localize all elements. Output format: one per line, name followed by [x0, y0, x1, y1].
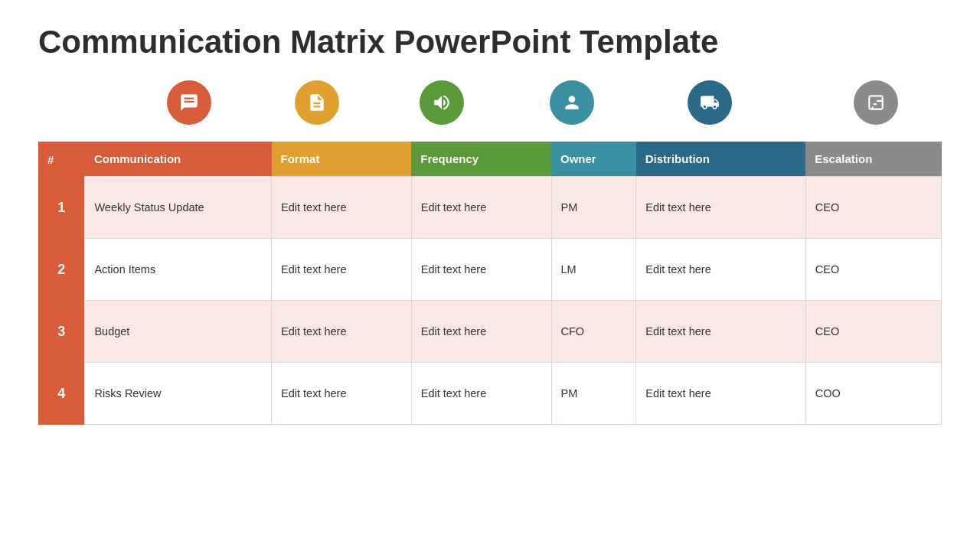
header-owner: Owner — [551, 142, 636, 177]
cell-frequency-value: Edit text here — [412, 239, 551, 300]
frequency-icon — [432, 93, 452, 112]
cell-distribution: Edit text here — [636, 239, 806, 301]
escalation-icon-bubble — [854, 80, 898, 125]
table-row: 4Risks ReviewEdit text hereEdit text her… — [38, 363, 942, 425]
cell-distribution: Edit text here — [636, 177, 806, 239]
cell-escalation-value: CEO — [806, 177, 941, 238]
chat-icon-bubble — [167, 80, 211, 125]
header-escalation: Escalation — [805, 142, 941, 177]
cell-communication-value: Budget — [85, 301, 271, 362]
cell-format: Edit text here — [272, 301, 412, 363]
header-row: # Communication Format Frequency Owner D… — [38, 142, 942, 177]
cell-distribution: Edit text here — [636, 363, 806, 425]
table-wrapper: # Communication Format Frequency Owner D… — [38, 84, 942, 425]
cell-escalation-value: CEO — [806, 239, 941, 300]
cell-format-value: Edit text here — [272, 301, 411, 362]
page-title: Communication Matrix PowerPoint Template — [38, 23, 942, 61]
cell-communication: Weekly Status Update — [85, 177, 272, 239]
cell-frequency-value: Edit text here — [412, 301, 551, 362]
table-row: 1Weekly Status UpdateEdit text hereEdit … — [38, 177, 942, 239]
cell-num: 1 — [38, 177, 85, 239]
cell-escalation-value: COO — [806, 363, 941, 424]
cell-num: 2 — [38, 239, 85, 301]
cell-communication: Risks Review — [85, 363, 272, 425]
cell-communication: Action Items — [85, 239, 272, 301]
stairs-icon — [866, 93, 886, 112]
truck-icon — [700, 93, 720, 112]
cell-format: Edit text here — [272, 239, 412, 301]
table-header: # Communication Format Frequency Owner D… — [38, 142, 942, 177]
cell-format: Edit text here — [272, 363, 412, 425]
document-icon — [307, 93, 327, 112]
cell-distribution-value: Edit text here — [636, 301, 805, 362]
cell-num-value: 4 — [38, 363, 84, 424]
cell-num: 4 — [38, 363, 85, 425]
table-body: 1Weekly Status UpdateEdit text hereEdit … — [38, 177, 942, 425]
cell-frequency: Edit text here — [411, 301, 551, 363]
cell-owner: CFO — [551, 301, 636, 363]
cell-owner-value: PM — [552, 177, 636, 238]
cell-communication-value: Action Items — [85, 239, 271, 300]
cell-frequency: Edit text here — [411, 363, 551, 425]
cell-owner-value: PM — [552, 363, 636, 424]
cell-owner-value: CFO — [552, 301, 636, 362]
cell-frequency-value: Edit text here — [412, 363, 551, 424]
cell-num-value: 1 — [38, 177, 84, 238]
header-distribution: Distribution — [636, 142, 806, 177]
frequency-icon-bubble — [420, 80, 464, 125]
cell-communication-value: Risks Review — [85, 363, 271, 424]
distribution-icon-bubble — [688, 80, 732, 125]
cell-owner: PM — [551, 363, 636, 425]
person-icon — [562, 93, 582, 112]
cell-distribution: Edit text here — [636, 301, 806, 363]
document-icon-bubble — [295, 80, 339, 125]
matrix-table: # Communication Format Frequency Owner D… — [38, 142, 942, 425]
icons-row — [38, 84, 942, 115]
cell-owner: PM — [551, 177, 636, 239]
header-format: Format — [272, 142, 412, 177]
cell-owner: LM — [551, 239, 636, 301]
cell-frequency: Edit text here — [411, 177, 551, 239]
cell-distribution-value: Edit text here — [636, 177, 805, 238]
cell-num-value: 2 — [38, 239, 84, 300]
cell-frequency-value: Edit text here — [412, 177, 551, 238]
cell-format-value: Edit text here — [272, 239, 411, 300]
cell-communication-value: Weekly Status Update — [85, 177, 271, 238]
cell-escalation: CEO — [805, 177, 941, 239]
header-num: # — [38, 142, 85, 177]
cell-format: Edit text here — [272, 177, 412, 239]
cell-escalation: COO — [805, 363, 941, 425]
chat-icon — [179, 93, 199, 112]
header-frequency: Frequency — [411, 142, 551, 177]
table-row: 3BudgetEdit text hereEdit text hereCFOEd… — [38, 301, 942, 363]
cell-owner-value: LM — [552, 239, 636, 300]
cell-escalation-value: CEO — [806, 301, 941, 362]
cell-communication: Budget — [85, 301, 272, 363]
page-container: Communication Matrix PowerPoint Template — [0, 0, 980, 551]
cell-frequency: Edit text here — [411, 239, 551, 301]
cell-escalation: CEO — [805, 239, 941, 301]
table-row: 2Action ItemsEdit text hereEdit text her… — [38, 239, 942, 301]
cell-format-value: Edit text here — [272, 177, 411, 238]
cell-distribution-value: Edit text here — [636, 239, 805, 300]
cell-format-value: Edit text here — [272, 363, 411, 424]
cell-escalation: CEO — [805, 301, 941, 363]
cell-num: 3 — [38, 301, 85, 363]
cell-distribution-value: Edit text here — [636, 363, 805, 424]
owner-icon-bubble — [550, 80, 594, 125]
cell-num-value: 3 — [38, 301, 84, 362]
header-communication: Communication — [85, 142, 272, 177]
